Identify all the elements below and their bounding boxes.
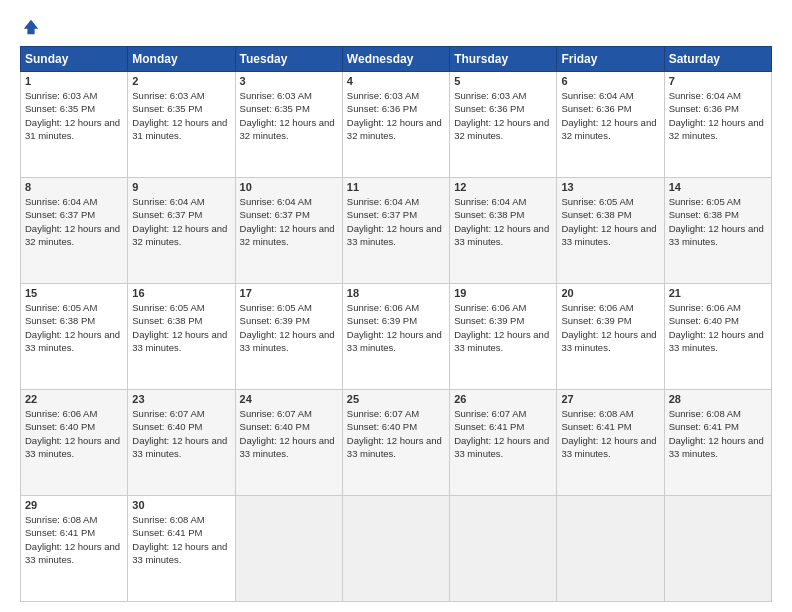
calendar-cell: 28 Sunrise: 6:08 AMSunset: 6:41 PMDaylig… (664, 390, 771, 496)
calendar-cell: 10 Sunrise: 6:04 AMSunset: 6:37 PMDaylig… (235, 178, 342, 284)
weekday-header-thursday: Thursday (450, 47, 557, 72)
day-number: 27 (561, 393, 659, 405)
calendar-cell: 13 Sunrise: 6:05 AMSunset: 6:38 PMDaylig… (557, 178, 664, 284)
calendar-cell: 20 Sunrise: 6:06 AMSunset: 6:39 PMDaylig… (557, 284, 664, 390)
day-info: Sunrise: 6:06 AMSunset: 6:39 PMDaylight:… (347, 302, 442, 353)
day-number: 11 (347, 181, 445, 193)
day-info: Sunrise: 6:08 AMSunset: 6:41 PMDaylight:… (561, 408, 656, 459)
day-info: Sunrise: 6:05 AMSunset: 6:38 PMDaylight:… (669, 196, 764, 247)
day-info: Sunrise: 6:03 AMSunset: 6:35 PMDaylight:… (25, 90, 120, 141)
day-info: Sunrise: 6:06 AMSunset: 6:39 PMDaylight:… (454, 302, 549, 353)
header (20, 18, 772, 36)
day-info: Sunrise: 6:07 AMSunset: 6:40 PMDaylight:… (347, 408, 442, 459)
day-number: 8 (25, 181, 123, 193)
day-info: Sunrise: 6:03 AMSunset: 6:36 PMDaylight:… (347, 90, 442, 141)
day-info: Sunrise: 6:04 AMSunset: 6:37 PMDaylight:… (25, 196, 120, 247)
day-number: 2 (132, 75, 230, 87)
day-info: Sunrise: 6:08 AMSunset: 6:41 PMDaylight:… (669, 408, 764, 459)
day-number: 13 (561, 181, 659, 193)
day-info: Sunrise: 6:04 AMSunset: 6:36 PMDaylight:… (561, 90, 656, 141)
day-info: Sunrise: 6:05 AMSunset: 6:38 PMDaylight:… (561, 196, 656, 247)
calendar-cell (235, 496, 342, 602)
calendar-cell: 2 Sunrise: 6:03 AMSunset: 6:35 PMDayligh… (128, 72, 235, 178)
day-info: Sunrise: 6:07 AMSunset: 6:40 PMDaylight:… (132, 408, 227, 459)
calendar-week-5: 29 Sunrise: 6:08 AMSunset: 6:41 PMDaylig… (21, 496, 772, 602)
calendar-cell: 14 Sunrise: 6:05 AMSunset: 6:38 PMDaylig… (664, 178, 771, 284)
day-info: Sunrise: 6:07 AMSunset: 6:40 PMDaylight:… (240, 408, 335, 459)
day-number: 14 (669, 181, 767, 193)
day-info: Sunrise: 6:06 AMSunset: 6:40 PMDaylight:… (669, 302, 764, 353)
calendar-cell: 15 Sunrise: 6:05 AMSunset: 6:38 PMDaylig… (21, 284, 128, 390)
weekday-header-wednesday: Wednesday (342, 47, 449, 72)
calendar-week-2: 8 Sunrise: 6:04 AMSunset: 6:37 PMDayligh… (21, 178, 772, 284)
day-number: 9 (132, 181, 230, 193)
day-info: Sunrise: 6:04 AMSunset: 6:37 PMDaylight:… (347, 196, 442, 247)
page: SundayMondayTuesdayWednesdayThursdayFrid… (0, 0, 792, 612)
calendar-cell: 12 Sunrise: 6:04 AMSunset: 6:38 PMDaylig… (450, 178, 557, 284)
day-info: Sunrise: 6:03 AMSunset: 6:35 PMDaylight:… (132, 90, 227, 141)
day-number: 30 (132, 499, 230, 511)
calendar-cell: 30 Sunrise: 6:08 AMSunset: 6:41 PMDaylig… (128, 496, 235, 602)
day-number: 15 (25, 287, 123, 299)
calendar-cell: 29 Sunrise: 6:08 AMSunset: 6:41 PMDaylig… (21, 496, 128, 602)
day-number: 18 (347, 287, 445, 299)
calendar-cell: 17 Sunrise: 6:05 AMSunset: 6:39 PMDaylig… (235, 284, 342, 390)
calendar-cell: 4 Sunrise: 6:03 AMSunset: 6:36 PMDayligh… (342, 72, 449, 178)
calendar-week-3: 15 Sunrise: 6:05 AMSunset: 6:38 PMDaylig… (21, 284, 772, 390)
day-info: Sunrise: 6:08 AMSunset: 6:41 PMDaylight:… (132, 514, 227, 565)
day-number: 1 (25, 75, 123, 87)
day-number: 17 (240, 287, 338, 299)
day-number: 26 (454, 393, 552, 405)
day-number: 28 (669, 393, 767, 405)
calendar-cell: 18 Sunrise: 6:06 AMSunset: 6:39 PMDaylig… (342, 284, 449, 390)
calendar-cell: 23 Sunrise: 6:07 AMSunset: 6:40 PMDaylig… (128, 390, 235, 496)
calendar-cell: 11 Sunrise: 6:04 AMSunset: 6:37 PMDaylig… (342, 178, 449, 284)
day-number: 16 (132, 287, 230, 299)
day-number: 19 (454, 287, 552, 299)
svg-marker-0 (24, 20, 38, 34)
calendar-cell: 1 Sunrise: 6:03 AMSunset: 6:35 PMDayligh… (21, 72, 128, 178)
calendar-cell (450, 496, 557, 602)
day-number: 25 (347, 393, 445, 405)
weekday-header-friday: Friday (557, 47, 664, 72)
day-number: 22 (25, 393, 123, 405)
calendar: SundayMondayTuesdayWednesdayThursdayFrid… (20, 46, 772, 602)
calendar-cell (342, 496, 449, 602)
calendar-cell: 22 Sunrise: 6:06 AMSunset: 6:40 PMDaylig… (21, 390, 128, 496)
calendar-cell: 9 Sunrise: 6:04 AMSunset: 6:37 PMDayligh… (128, 178, 235, 284)
weekday-header-saturday: Saturday (664, 47, 771, 72)
day-info: Sunrise: 6:08 AMSunset: 6:41 PMDaylight:… (25, 514, 120, 565)
weekday-header-sunday: Sunday (21, 47, 128, 72)
calendar-cell: 8 Sunrise: 6:04 AMSunset: 6:37 PMDayligh… (21, 178, 128, 284)
calendar-cell: 26 Sunrise: 6:07 AMSunset: 6:41 PMDaylig… (450, 390, 557, 496)
day-info: Sunrise: 6:05 AMSunset: 6:39 PMDaylight:… (240, 302, 335, 353)
day-info: Sunrise: 6:06 AMSunset: 6:40 PMDaylight:… (25, 408, 120, 459)
calendar-cell: 19 Sunrise: 6:06 AMSunset: 6:39 PMDaylig… (450, 284, 557, 390)
day-info: Sunrise: 6:07 AMSunset: 6:41 PMDaylight:… (454, 408, 549, 459)
day-number: 7 (669, 75, 767, 87)
day-number: 5 (454, 75, 552, 87)
day-info: Sunrise: 6:04 AMSunset: 6:37 PMDaylight:… (240, 196, 335, 247)
weekday-header-monday: Monday (128, 47, 235, 72)
day-info: Sunrise: 6:06 AMSunset: 6:39 PMDaylight:… (561, 302, 656, 353)
calendar-cell: 25 Sunrise: 6:07 AMSunset: 6:40 PMDaylig… (342, 390, 449, 496)
day-number: 10 (240, 181, 338, 193)
day-number: 12 (454, 181, 552, 193)
day-info: Sunrise: 6:05 AMSunset: 6:38 PMDaylight:… (25, 302, 120, 353)
day-number: 23 (132, 393, 230, 405)
weekday-header-tuesday: Tuesday (235, 47, 342, 72)
day-number: 29 (25, 499, 123, 511)
day-number: 20 (561, 287, 659, 299)
calendar-cell: 3 Sunrise: 6:03 AMSunset: 6:35 PMDayligh… (235, 72, 342, 178)
calendar-cell: 6 Sunrise: 6:04 AMSunset: 6:36 PMDayligh… (557, 72, 664, 178)
day-info: Sunrise: 6:03 AMSunset: 6:36 PMDaylight:… (454, 90, 549, 141)
calendar-cell: 7 Sunrise: 6:04 AMSunset: 6:36 PMDayligh… (664, 72, 771, 178)
calendar-week-4: 22 Sunrise: 6:06 AMSunset: 6:40 PMDaylig… (21, 390, 772, 496)
calendar-cell: 27 Sunrise: 6:08 AMSunset: 6:41 PMDaylig… (557, 390, 664, 496)
day-info: Sunrise: 6:04 AMSunset: 6:37 PMDaylight:… (132, 196, 227, 247)
day-info: Sunrise: 6:04 AMSunset: 6:38 PMDaylight:… (454, 196, 549, 247)
logo-icon (22, 18, 40, 36)
day-number: 24 (240, 393, 338, 405)
day-number: 21 (669, 287, 767, 299)
day-number: 4 (347, 75, 445, 87)
